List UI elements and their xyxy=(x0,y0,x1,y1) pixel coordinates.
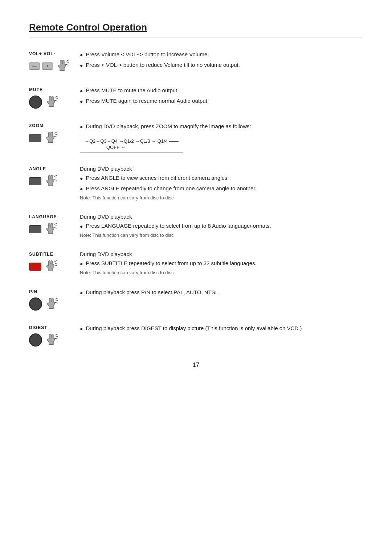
icon-row-digest xyxy=(29,332,58,347)
svg-line-6 xyxy=(54,132,57,133)
zoom-diagram: →Q2→Q3→Q4 →Q1/2 →Q1/3 → Q1/4 ——QOFF ← xyxy=(80,136,183,153)
svg-line-1 xyxy=(67,62,69,63)
note-language: Note: This function can vary from disc t… xyxy=(80,232,363,238)
svg-line-4 xyxy=(56,98,58,99)
svg-line-11 xyxy=(54,180,57,181)
svg-line-21 xyxy=(55,334,57,335)
svg-line-19 xyxy=(56,300,58,301)
icon-label-pn: P/N xyxy=(29,289,37,294)
svg-line-9 xyxy=(54,175,57,177)
section-vol: VOL+ VOL-—+ Press Volume < VOL+> button … xyxy=(29,50,363,73)
section-digest: DIGEST During playback press DIGEST to d… xyxy=(29,324,363,347)
svg-line-13 xyxy=(55,226,57,226)
icon-col-zoom: ZOOM xyxy=(29,122,80,145)
vol-minus-button[interactable]: — xyxy=(29,62,40,70)
mute-hand-icon xyxy=(44,94,58,109)
svg-line-20 xyxy=(55,303,57,303)
content-col-angle: During DVD playbackPress ANGLE to view s… xyxy=(80,166,363,200)
bullet-list-zoom: During DVD playback, press ZOOM to magni… xyxy=(80,122,363,131)
icon-label-zoom: ZOOM xyxy=(29,123,44,128)
page-number: 17 xyxy=(29,362,363,368)
icon-row-subtitle xyxy=(29,259,57,274)
pn-hand-icon xyxy=(44,296,58,311)
bullet-item-mute-0: Press MUTE to mute the Audio output. xyxy=(80,86,363,95)
svg-line-22 xyxy=(56,336,58,337)
content-col-pn: During playback press P/N to select PAL,… xyxy=(80,288,363,299)
icon-label-mute: MUTE xyxy=(29,87,43,92)
icon-row-pn xyxy=(29,296,58,311)
icon-col-angle: ANGLE xyxy=(29,166,80,189)
section-subtitle-subtitle: During DVD playback xyxy=(80,251,363,257)
section-subtitle-language: During DVD playback xyxy=(80,214,363,220)
icon-col-vol: VOL+ VOL-—+ xyxy=(29,50,80,73)
icon-row-mute xyxy=(29,94,58,109)
icon-label-language: LANGUAGE xyxy=(29,214,57,219)
vol-hand-icon xyxy=(55,58,69,73)
digest-button[interactable] xyxy=(29,333,42,347)
svg-line-14 xyxy=(54,228,57,228)
bullet-list-language: Press LANGUAGE repeatedly to select from… xyxy=(80,222,363,230)
content-col-language: During DVD playbackPress LANGUAGE repeat… xyxy=(80,214,363,238)
icon-label-vol: VOL+ VOL- xyxy=(29,51,56,56)
zoom-row1: →Q2→Q3→Q4 →Q1/2 →Q1/3 → Q1/4 —— xyxy=(85,138,179,144)
bullet-item-vol-0: Press Volume < VOL+> button to increase … xyxy=(80,50,363,59)
bullet-item-subtitle-0: Press SUBTITLE repeatedly to select from… xyxy=(80,259,363,268)
pn-button[interactable] xyxy=(29,297,42,311)
svg-line-2 xyxy=(66,65,68,65)
svg-line-12 xyxy=(54,223,57,224)
bullet-list-pn: During playback press P/N to select PAL,… xyxy=(80,288,363,297)
icon-row-language xyxy=(29,222,57,236)
svg-line-5 xyxy=(55,101,57,101)
section-language: LANGUAGE During DVD playbackPress LANGUA… xyxy=(29,214,363,238)
angle-button[interactable] xyxy=(29,177,41,185)
content-col-vol: Press Volume < VOL+> button to increase … xyxy=(80,50,363,72)
bullet-list-subtitle: Press SUBTITLE repeatedly to select from… xyxy=(80,259,363,268)
mute-button[interactable] xyxy=(29,96,42,109)
svg-line-8 xyxy=(54,137,57,137)
section-subtitle-angle: During DVD playback xyxy=(80,166,363,172)
bullet-list-angle: Press ANGLE to view scenes from differen… xyxy=(80,174,363,193)
subtitle-hand-icon xyxy=(44,259,57,274)
svg-line-17 xyxy=(54,265,57,266)
svg-line-0 xyxy=(66,60,68,61)
bullet-item-pn-0: During playback press P/N to select PAL,… xyxy=(80,288,363,297)
icon-col-pn: P/N xyxy=(29,288,80,311)
page-title: Remote Control Operation xyxy=(29,22,363,37)
sections-container: VOL+ VOL-—+ Press Volume < VOL+> button … xyxy=(29,50,363,347)
language-button[interactable] xyxy=(29,225,41,233)
subtitle-button[interactable] xyxy=(29,263,41,271)
bullet-list-vol: Press Volume < VOL+> button to increase … xyxy=(80,50,363,69)
icon-label-digest: DIGEST xyxy=(29,325,48,330)
bullet-list-mute: Press MUTE to mute the Audio output.Pres… xyxy=(80,86,363,105)
svg-line-15 xyxy=(54,261,57,262)
zoom-button[interactable] xyxy=(29,134,41,142)
section-subtitle: SUBTITLE During DVD playbackPress SUBTIT… xyxy=(29,251,363,275)
icon-label-angle: ANGLE xyxy=(29,166,46,171)
icon-row-angle xyxy=(29,174,57,189)
bullet-item-angle-1: Press ANGLE repeatedly to change from on… xyxy=(80,185,363,193)
language-hand-icon xyxy=(44,222,57,236)
angle-hand-icon xyxy=(44,174,57,189)
vol-plus-button[interactable]: + xyxy=(42,62,53,70)
svg-line-3 xyxy=(55,96,57,97)
zoom-hand-icon xyxy=(44,130,57,145)
icon-col-mute: MUTE xyxy=(29,86,80,109)
section-pn: P/N During playback press P/N to select … xyxy=(29,288,363,311)
content-col-digest: During playback press DIGEST to display … xyxy=(80,324,363,335)
svg-line-10 xyxy=(55,178,57,178)
bullet-item-angle-0: Press ANGLE to view scenes from differen… xyxy=(80,174,363,182)
svg-line-16 xyxy=(55,263,57,263)
icon-col-subtitle: SUBTITLE xyxy=(29,251,80,274)
content-col-subtitle: During DVD playbackPress SUBTITLE repeat… xyxy=(80,251,363,275)
icon-col-digest: DIGEST xyxy=(29,324,80,347)
zoom-row2: QOFF ← xyxy=(85,145,179,150)
svg-line-18 xyxy=(55,298,57,299)
bullet-item-zoom-0: During DVD playback, press ZOOM to magni… xyxy=(80,122,363,131)
bullet-item-language-0: Press LANGUAGE repeatedly to select from… xyxy=(80,222,363,230)
bullet-item-vol-1: Press < VOL-> button to reduce Volume ti… xyxy=(80,61,363,69)
note-angle: Note: This function can vary from disc t… xyxy=(80,195,363,200)
svg-line-7 xyxy=(55,134,57,135)
icon-col-language: LANGUAGE xyxy=(29,214,80,236)
section-angle: ANGLE During DVD playbackPress ANGLE to … xyxy=(29,166,363,200)
icon-row-zoom xyxy=(29,130,57,145)
